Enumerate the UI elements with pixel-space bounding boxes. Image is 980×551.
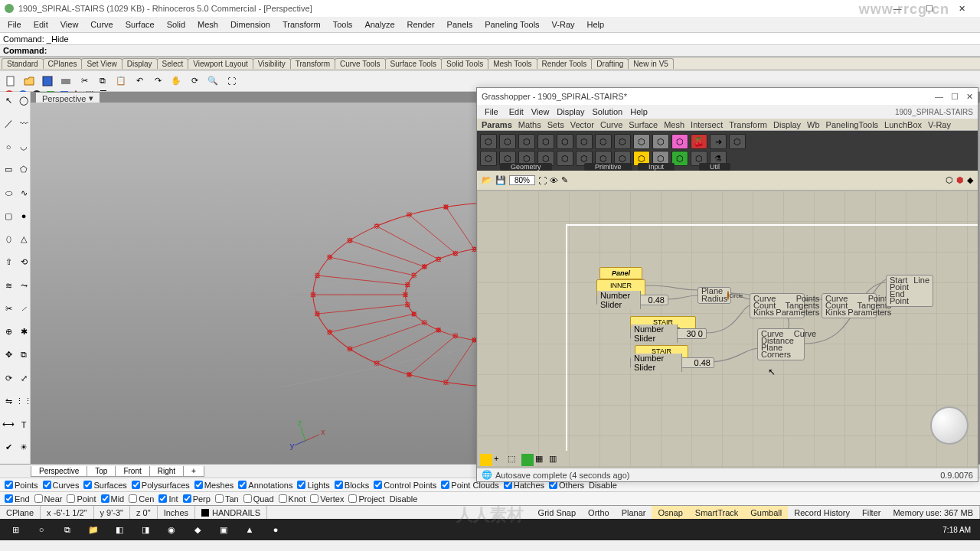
join-icon[interactable]: ⊕	[2, 325, 15, 339]
vtab-add[interactable]: +	[183, 466, 204, 477]
loft-icon[interactable]: ≋	[2, 279, 15, 292]
text-icon[interactable]: T	[17, 418, 31, 432]
chrome-icon[interactable]: ◉	[159, 520, 184, 539]
polygon-icon[interactable]: ⬠	[17, 163, 31, 177]
gh-tab-params[interactable]: Params	[482, 120, 512, 129]
gh-tab-wb[interactable]: Wb	[807, 120, 820, 129]
explode-icon[interactable]: ✱	[17, 325, 31, 339]
toggle-ortho[interactable]: Ortho	[582, 506, 616, 519]
gh-tab-maths[interactable]: Maths	[518, 120, 541, 129]
extrude-icon[interactable]: ⇧	[2, 256, 15, 269]
tab-select[interactable]: Select	[157, 58, 189, 69]
undo-icon[interactable]: ↶	[132, 73, 147, 89]
gh-comp-14[interactable]: ⬡	[729, 134, 746, 149]
osnap-disable[interactable]: Disable	[390, 494, 418, 504]
gh-comp-19[interactable]: ⬡	[557, 151, 573, 166]
gh-comp-8[interactable]: ⬡	[614, 134, 631, 149]
revolve-icon[interactable]: ⟲	[17, 256, 31, 269]
gh-zoom[interactable]: 80%	[509, 175, 535, 185]
gh-tab-panelingtools[interactable]: PanelingTools	[826, 120, 879, 129]
tab-viewportlayout[interactable]: Viewport Layout	[188, 58, 253, 69]
osnap-end[interactable]: End	[5, 494, 30, 504]
gh-preview-icon[interactable]: 👁	[550, 176, 558, 185]
gh-tab-vector[interactable]: Vector	[570, 120, 594, 129]
save-icon[interactable]	[40, 73, 55, 89]
menu-solid[interactable]: Solid	[162, 19, 190, 30]
filter-blocks[interactable]: Blocks	[335, 481, 369, 490]
sweep-icon[interactable]: ⤳	[17, 279, 31, 292]
app3-icon[interactable]: ◆	[185, 520, 210, 539]
menu-file[interactable]: File	[3, 19, 26, 30]
gh-comp-15[interactable]: ⬡	[480, 151, 497, 166]
redo-icon[interactable]: ↷	[150, 73, 165, 89]
menu-surface[interactable]: Surface	[121, 19, 159, 30]
gh-tab-transform[interactable]: Transform	[729, 120, 767, 129]
gh-node-divide-2[interactable]: CurveCountKinks PointsTangentsParameters	[822, 293, 877, 318]
gh-ct-5[interactable]: ▦	[535, 454, 547, 466]
gh-node-offset[interactable]: CurveDistancePlaneCorners Curve	[757, 328, 805, 360]
filter-meshes[interactable]: Meshes	[194, 481, 234, 490]
gh-save-icon[interactable]: 💾	[495, 175, 506, 185]
lasso-icon[interactable]: ◯	[17, 93, 31, 107]
gh-close-button[interactable]: ✕	[966, 92, 973, 102]
rhino-task-icon[interactable]: ▲	[237, 520, 262, 539]
gh-menu-solution[interactable]: Solution	[592, 107, 622, 116]
close-button[interactable]: ✕	[946, 1, 977, 16]
zoom-icon[interactable]: 🔍	[205, 73, 220, 89]
gh-task-icon[interactable]: ●	[263, 520, 288, 539]
gh-menu-help[interactable]: Help	[630, 107, 648, 116]
menu-panelingtools[interactable]: Paneling Tools	[480, 19, 544, 30]
gh-menu-file[interactable]: File	[482, 107, 501, 116]
menu-transform[interactable]: Transform	[278, 19, 325, 30]
gh-ct-6[interactable]: ▥	[549, 454, 561, 466]
app2-icon[interactable]: ◨	[133, 520, 158, 539]
menu-analyze[interactable]: Analyze	[360, 19, 399, 30]
vtab-front[interactable]: Front	[115, 466, 149, 477]
menu-edit[interactable]: Edit	[29, 19, 53, 30]
toggle-planar[interactable]: Planar	[616, 506, 652, 519]
osnap-knot[interactable]: Knot	[279, 494, 306, 504]
gh-only-icon[interactable]: ◆	[967, 175, 973, 185]
gh-tab-curve[interactable]: Curve	[600, 120, 622, 129]
move-icon[interactable]: ✥	[2, 348, 15, 362]
cyl-icon[interactable]: ⬯	[2, 233, 15, 246]
curve-icon[interactable]: ∿	[17, 186, 31, 200]
gh-tab-sets[interactable]: Sets	[547, 120, 564, 129]
status-units[interactable]: Inches	[158, 506, 195, 519]
cone-icon[interactable]: △	[17, 233, 31, 246]
vtab-right[interactable]: Right	[149, 466, 184, 477]
start-icon[interactable]: ⊞	[3, 520, 28, 539]
vtab-perspective[interactable]: Perspective	[31, 466, 87, 477]
gh-sketch-icon[interactable]: ✎	[561, 175, 568, 185]
menu-view[interactable]: View	[56, 19, 83, 30]
rotate-icon[interactable]: ⟳	[187, 73, 202, 89]
clock[interactable]: 7:18 AM	[936, 526, 977, 534]
toggle-gumball[interactable]: Gumball	[744, 506, 788, 519]
zoom-extents-icon[interactable]: ⛶	[224, 73, 239, 89]
array-icon[interactable]: ⋮⋮	[17, 394, 31, 408]
gh-comp-1[interactable]: ⬡	[480, 134, 497, 149]
gh-panel-header[interactable]: Panel	[599, 267, 642, 279]
vtab-top[interactable]: Top	[87, 466, 116, 477]
tab-surfacetools[interactable]: Surface Tools	[385, 58, 442, 69]
toggle-gridsnap[interactable]: Grid Snap	[532, 506, 583, 519]
tab-transform[interactable]: Transform	[290, 58, 335, 69]
gh-comp-5[interactable]: ⬡	[557, 134, 573, 149]
circle-icon[interactable]: ○	[2, 140, 15, 154]
gh-menu-display[interactable]: Display	[557, 107, 584, 116]
osnap-mid[interactable]: Mid	[101, 494, 125, 504]
menu-vray[interactable]: V-Ray	[547, 19, 580, 30]
filter-curves[interactable]: Curves	[43, 481, 80, 490]
menu-dimension[interactable]: Dimension	[226, 19, 275, 30]
osnap-tan[interactable]: Tan	[215, 494, 239, 504]
tab-setview[interactable]: Set View	[81, 58, 122, 69]
osnap-int[interactable]: Int	[158, 494, 178, 504]
tab-newinv5[interactable]: New in V5	[628, 58, 674, 69]
gh-ct-2[interactable]: +	[494, 454, 506, 466]
osnap-cen[interactable]: Cen	[129, 494, 154, 504]
mirror-icon[interactable]: ⇋	[2, 394, 15, 408]
trim-icon[interactable]: ✂	[2, 302, 15, 315]
pointer-icon[interactable]: ↖	[2, 93, 15, 107]
gh-tab-vray[interactable]: V-Ray	[928, 120, 951, 129]
sphere-icon[interactable]: ●	[17, 209, 31, 223]
